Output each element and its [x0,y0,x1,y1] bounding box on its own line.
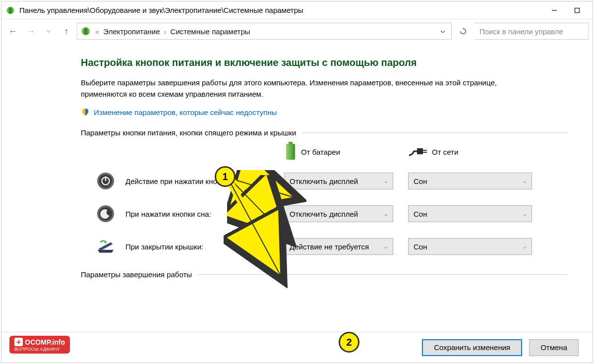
svg-rect-8 [286,144,295,160]
breadcrumb-bar[interactable]: « Электропитание › Системные параметры [77,23,452,40]
control-panel-window: Панель управления\Оборудование и звук\Эл… [1,1,593,363]
svg-rect-6 [289,142,293,144]
power-button-ac-dropdown[interactable]: Сон ⌵ [408,173,532,189]
column-battery: От батареи [284,142,393,162]
column-headers: От батареи От сети [81,142,568,162]
sleep-button-ac-dropdown[interactable]: Сон ⌵ [408,205,532,222]
row-lid-close-label: При закрытии крышки: [125,243,284,251]
refresh-button[interactable] [455,23,472,40]
sleep-button-icon [96,204,116,224]
nav-row: ← → ↑ « Электропитание › Системные парам… [1,19,593,43]
battery-icon [284,142,297,162]
watermark: +OCOMP.info ВОПРОСЫ АДМИНУ [9,336,70,354]
breadcrumb-item-2[interactable]: Системные параметры [171,27,250,36]
footer-button-bar: Сохранить изменения Отмена [1,332,593,363]
chevron-down-icon: ⌵ [523,243,527,250]
svg-rect-5 [84,28,87,35]
back-button[interactable]: ← [5,24,20,39]
power-options-icon [5,5,15,15]
svg-rect-3 [575,8,580,12]
save-button[interactable]: Сохранить изменения [422,339,522,356]
chevron-down-icon: ⌵ [523,178,527,184]
search-placeholder: Поиск в панели управле [479,27,563,36]
chevron-down-icon: ⌵ [523,211,527,217]
lid-close-icon [96,237,116,256]
chevron-down-icon: ⌵ [384,178,388,184]
shield-link-text: Изменение параметров, которые сейчас нед… [94,108,277,117]
up-button[interactable]: ↑ [59,24,74,39]
page-heading: Настройка кнопок питания и включение защ… [81,57,568,68]
forward-button[interactable]: → [23,24,38,39]
annotation-bubble-1: 1 [215,166,236,187]
section-power-buttons-label: Параметры кнопки питания, кнопки спящего… [81,128,568,137]
section-shutdown-label: Параметры завершения работы [81,270,568,279]
window-title: Панель управления\Оборудование и звук\Эл… [19,6,543,14]
lid-close-battery-dropdown[interactable]: Действие не требуется ⌵ [284,238,393,255]
minimize-button[interactable] [543,3,566,18]
breadcrumb-separator: › [162,27,169,36]
breadcrumb-item-1[interactable]: Электропитание [103,27,160,36]
chevron-down-icon: ⌵ [384,243,388,250]
annotation-bubble-2: 2 [339,332,359,353]
maximize-button[interactable] [566,3,589,18]
breadcrumb-prefix: « [93,27,101,36]
lid-close-ac-dropdown[interactable]: Сон ⌵ [408,238,532,255]
power-plan-icon [80,26,91,37]
page-description: Выберите параметры завершения работы для… [81,77,537,100]
content-area: Настройка кнопок питания и включение защ… [1,43,593,279]
titlebar: Панель управления\Оборудование и звук\Эл… [1,1,593,19]
change-unavailable-settings-link[interactable]: Изменение параметров, которые сейчас нед… [81,108,568,117]
sleep-button-battery-dropdown[interactable]: Отключить дисплей ⌵ [284,205,393,222]
search-input[interactable]: Поиск в панели управле [475,23,589,40]
shield-icon [81,108,90,117]
breadcrumb-history-dropdown[interactable] [437,27,448,36]
row-sleep-button-label: При нажатии кнопки сна: [125,210,284,218]
recent-dropdown[interactable] [41,24,56,39]
power-button-battery-dropdown[interactable]: Отключить дисплей ⌵ [284,173,393,189]
column-plugged: От сети [408,145,532,159]
power-button-icon [96,171,116,191]
chevron-down-icon: ⌵ [384,211,388,217]
svg-rect-1 [9,7,12,13]
settings-grid: Действие при нажатии кнопки питания: Отк… [81,171,568,256]
row-power-button-label: Действие при нажатии кнопки питания: [125,177,284,185]
plug-icon [408,145,428,159]
cancel-button[interactable]: Отмена [529,339,579,356]
